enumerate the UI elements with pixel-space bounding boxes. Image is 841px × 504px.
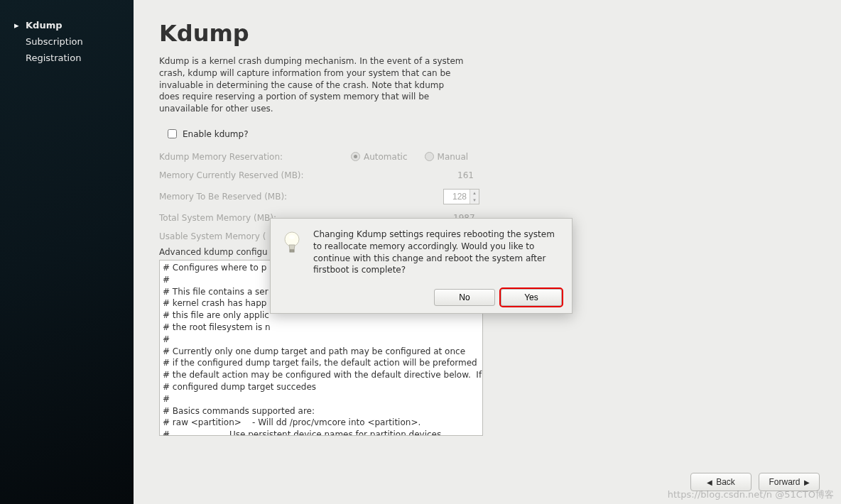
sidebar-item-kdump[interactable]: Kdump (0, 17, 134, 33)
enable-kdump-checkbox[interactable] (168, 129, 177, 138)
dialog-no-button[interactable]: No (434, 289, 495, 306)
lightbulb-icon (281, 230, 303, 258)
sidebar: Kdump Subscription Registration (0, 0, 134, 504)
enable-kdump-label: Enable kdump? (183, 129, 249, 139)
enable-kdump-row: Enable kdump? (159, 129, 813, 139)
reservation-label: Kdump Memory Reservation: (159, 152, 351, 162)
reboot-dialog: Changing Kdump settings requires rebooti… (270, 218, 573, 314)
sidebar-item-subscription[interactable]: Subscription (0, 33, 134, 50)
spinner-up-icon[interactable]: ▴ (470, 190, 479, 197)
page-description: Kdump is a kernel crash dumping mechanis… (159, 55, 465, 115)
reservation-radio-group: Automatic Manual (351, 152, 468, 162)
arrow-left-icon: ◀ (707, 478, 712, 486)
watermark-text: https://blog.csdn.net/n @51CTO博客 (668, 488, 834, 501)
sidebar-item-label: Registration (26, 53, 81, 63)
dialog-yes-button[interactable]: Yes (501, 289, 562, 306)
sidebar-item-label: Subscription (26, 36, 83, 47)
sidebar-item-label: Kdump (26, 20, 63, 31)
current-reserved-row: Memory Currently Reserved (MB): 161 (159, 170, 813, 180)
reservation-automatic-radio[interactable]: Automatic (351, 152, 408, 162)
spinner-buttons: ▴ ▾ (470, 190, 479, 204)
page-title: Kdump (159, 20, 813, 47)
sidebar-item-registration[interactable]: Registration (0, 50, 134, 66)
to-reserve-spinner[interactable]: ▴ ▾ (443, 189, 479, 204)
to-reserve-label: Memory To Be Reserved (MB): (159, 192, 351, 202)
spinner-down-icon[interactable]: ▾ (470, 197, 479, 204)
dialog-message: Changing Kdump settings requires rebooti… (313, 229, 562, 276)
current-reserved-value: 161 (457, 170, 474, 180)
arrow-right-icon: ▶ (804, 478, 810, 486)
automatic-label: Automatic (364, 152, 408, 162)
svg-point-2 (289, 235, 295, 239)
reservation-row: Kdump Memory Reservation: Automatic Manu… (159, 152, 813, 162)
to-reserve-row: Memory To Be Reserved (MB): ▴ ▾ (159, 189, 813, 204)
svg-rect-1 (290, 250, 294, 252)
radio-checked-icon (351, 152, 360, 161)
to-reserve-input[interactable] (444, 190, 470, 203)
reservation-manual-radio[interactable]: Manual (425, 152, 469, 162)
dialog-buttons: No Yes (281, 289, 562, 306)
back-button-label: Back (716, 477, 735, 487)
dialog-body: Changing Kdump settings requires rebooti… (281, 229, 562, 276)
manual-label: Manual (438, 152, 469, 162)
radio-unchecked-icon (425, 152, 434, 161)
forward-button-label: Forward (769, 477, 800, 487)
current-reserved-label: Memory Currently Reserved (MB): (159, 170, 351, 180)
